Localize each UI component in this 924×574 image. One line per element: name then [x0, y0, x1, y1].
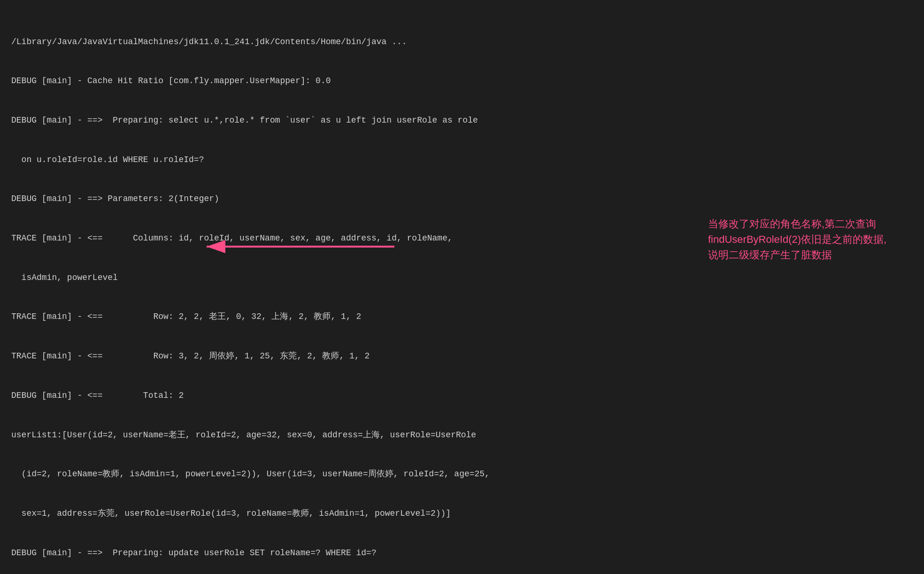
console-line-3: on u.roleId=role.id WHERE u.roleId=?	[11, 154, 913, 167]
annotation-arrow	[178, 230, 404, 268]
console-line-6: isAdmin, powerLevel	[11, 271, 913, 285]
console-output: /Library/Java/JavaVirtualMachines/jdk11.…	[11, 9, 913, 574]
console-line-11: (id=2, roleName=教师, isAdmin=1, powerLeve…	[11, 468, 913, 481]
console-line-2: DEBUG [main] - ==> Preparing: select u.*…	[11, 114, 913, 127]
console-line-13: DEBUG [main] - ==> Preparing: update use…	[11, 547, 913, 560]
console-line-7: TRACE [main] - <== Row: 2, 2, 老王, 0, 32,…	[11, 310, 913, 324]
console-line-8: TRACE [main] - <== Row: 3, 2, 周依婷, 1, 25…	[11, 350, 913, 363]
console-line-10: userList1:[User(id=2, userName=老王, roleI…	[11, 429, 913, 442]
console-line-path: /Library/Java/JavaVirtualMachines/jdk11.…	[11, 36, 913, 49]
console-line-9: DEBUG [main] - <== Total: 2	[11, 389, 913, 403]
annotation-text: 当修改了对应的角色名称,第二次查询findUserByRoleId(2)依旧是之…	[708, 216, 910, 263]
console-line-1: DEBUG [main] - Cache Hit Ratio [com.fly.…	[11, 75, 913, 88]
console-line-12: sex=1, address=东莞, userRole=UserRole(id=…	[11, 507, 913, 520]
console-line-4: DEBUG [main] - ==> Parameters: 2(Integer…	[11, 193, 913, 206]
